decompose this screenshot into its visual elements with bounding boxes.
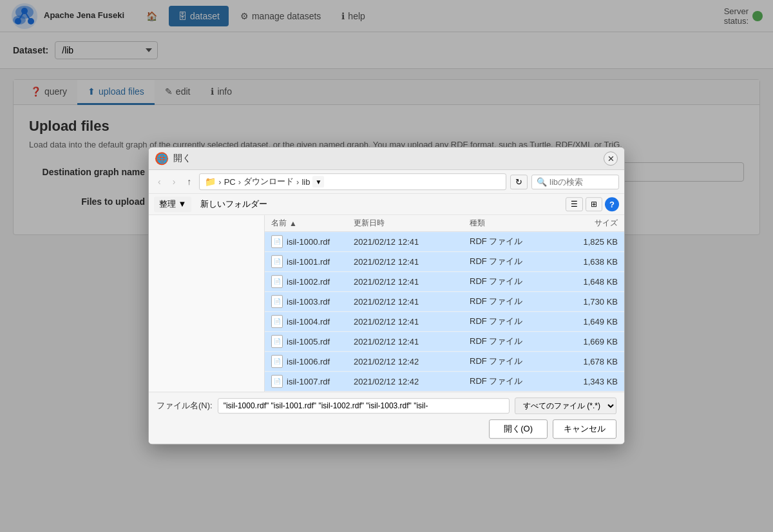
sort-icon: ▲ [289, 219, 297, 228]
file-list-header: 名前 ▲ 更新日時 種類 サイズ [265, 215, 624, 232]
breadcrumb-folder-icon: 📁 [205, 176, 216, 187]
search-input[interactable] [549, 177, 614, 187]
grid-view-button[interactable]: ⊞ [586, 197, 602, 211]
file-name-text: isil-1000.rdf [287, 237, 330, 245]
chrome-logo: 🌐 [157, 153, 167, 164]
file-name-cell: 📄 isil-1000.rdf [271, 235, 354, 245]
dialog-toolbar: ‹ › ↑ 📁 › PC › ダウンロード › lib ▼ ↻ 🔍 [149, 170, 624, 194]
dialog-close-button[interactable]: ✕ [604, 151, 618, 166]
dialog-body: 名前 ▲ 更新日時 種類 サイズ 📄 isil-1000.rdf 2021/02… [149, 215, 624, 245]
col-size-header[interactable]: サイズ [553, 218, 618, 229]
new-folder-button[interactable]: 新しいフォルダー [195, 196, 272, 212]
col-name-header[interactable]: 名前 ▲ [271, 218, 354, 229]
breadcrumb-downloads[interactable]: ダウンロード [243, 176, 294, 187]
file-type-cell: RDF ファイル [470, 236, 553, 245]
dialog-titlebar: 🌐 開く ✕ [149, 147, 624, 170]
file-icon: 📄 [271, 235, 283, 245]
breadcrumb-sep1: › [218, 177, 221, 187]
file-list: 📄 isil-1000.rdf 2021/02/12 12:41 RDF ファイ… [265, 232, 624, 245]
chrome-icon: 🌐 [155, 152, 168, 165]
secondary-toolbar: 整理 ▼ 新しいフォルダー ☰ ⊞ ? [149, 194, 624, 215]
main-panel: 名前 ▲ 更新日時 種類 サイズ 📄 isil-1000.rdf 2021/02… [265, 215, 624, 245]
help-button[interactable]: ? [605, 197, 619, 211]
breadcrumb-lib[interactable]: lib [301, 177, 310, 187]
breadcrumb-sep3: › [296, 177, 299, 187]
col-modified-header[interactable]: 更新日時 [354, 218, 470, 229]
breadcrumb: 📁 › PC › ダウンロード › lib ▼ [199, 173, 506, 190]
forward-button[interactable]: › [169, 175, 180, 189]
view-buttons: ☰ ⊞ ? [566, 197, 619, 211]
file-modified-cell: 2021/02/12 12:41 [354, 237, 470, 245]
col-type-header[interactable]: 種類 [470, 218, 553, 229]
file-dialog: 🌐 開く ✕ ‹ › ↑ 📁 › PC › ダウンロード › lib ▼ ↻ 🔍… [148, 147, 625, 245]
organize-button[interactable]: 整理 ▼ [154, 196, 191, 212]
search-icon: 🔍 [537, 177, 547, 187]
file-size-cell: 1,825 KB [553, 237, 618, 245]
dialog-title: 開く [173, 153, 598, 164]
breadcrumb-dropdown[interactable]: ▼ [312, 176, 324, 187]
table-row[interactable]: 📄 isil-1000.rdf 2021/02/12 12:41 RDF ファイ… [265, 232, 624, 245]
search-bar: 🔍 [531, 175, 619, 189]
breadcrumb-sep2: › [238, 177, 241, 187]
up-button[interactable]: ↑ [183, 175, 195, 189]
back-button[interactable]: ‹ [154, 175, 165, 189]
refresh-button[interactable]: ↻ [510, 175, 528, 189]
left-panel-empty [149, 220, 264, 245]
breadcrumb-pc[interactable]: PC [224, 177, 236, 187]
left-panel [149, 215, 265, 245]
list-view-button[interactable]: ☰ [566, 197, 583, 211]
col-name-label: 名前 [271, 218, 287, 229]
